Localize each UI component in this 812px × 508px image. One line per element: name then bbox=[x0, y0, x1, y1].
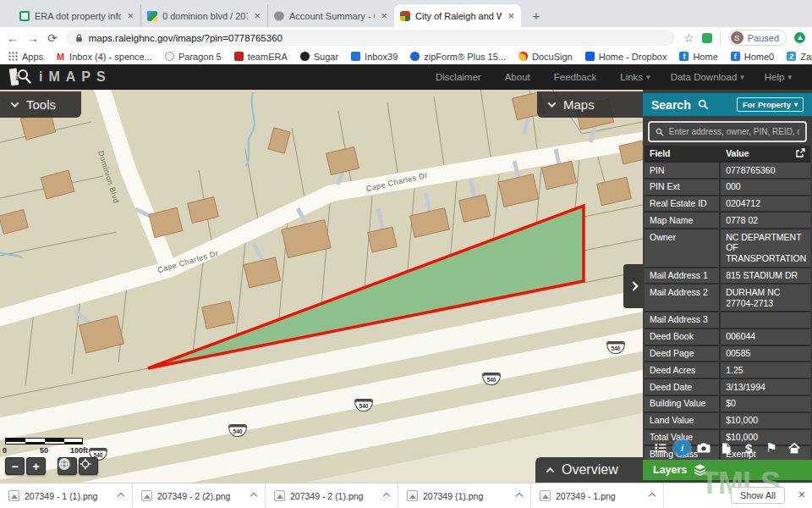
value-cell: DURHAM NC 27704-2713 bbox=[721, 284, 810, 311]
bookmark-item[interactable]: f Home bbox=[679, 52, 717, 62]
tab-close-icon[interactable]: × bbox=[507, 10, 515, 21]
bookmark-star-icon[interactable]: ☆ bbox=[683, 32, 694, 44]
field-cell: Deed Book bbox=[645, 329, 721, 345]
app-menu-item[interactable]: Data Download ▾ bbox=[671, 72, 744, 82]
table-row[interactable]: Deed Book 006044 bbox=[645, 329, 810, 346]
tab-close-icon[interactable]: × bbox=[380, 10, 388, 21]
browser-tab[interactable]: City of Raleigh and Wake Coun × bbox=[394, 4, 521, 27]
tab-close-icon[interactable]: × bbox=[253, 10, 261, 21]
search-filter-button[interactable]: For Property ▾ bbox=[737, 97, 804, 112]
layers-button[interactable]: Layers bbox=[643, 460, 812, 480]
zipform-icon bbox=[410, 52, 420, 61]
table-row[interactable]: Mail Address 1 815 STADIUM DR bbox=[645, 268, 810, 285]
download-item[interactable]: 207349 - 1.png bbox=[531, 483, 664, 508]
forward-icon[interactable]: → bbox=[27, 32, 39, 44]
bookmark-item[interactable]: DocuSign bbox=[518, 52, 573, 62]
legend-list-icon[interactable] bbox=[652, 439, 669, 456]
bookmark-item[interactable]: Inbox39 bbox=[351, 52, 398, 62]
bookmark-item[interactable]: f Home0 bbox=[731, 52, 774, 62]
zap-icon: Z bbox=[787, 52, 796, 61]
value-cell: 0778765360 bbox=[721, 163, 810, 178]
back-icon[interactable]: ← bbox=[7, 32, 19, 44]
browser-tab[interactable]: 0 dominion blvd / 207349 - Goo × bbox=[140, 4, 267, 27]
chevron-down-icon bbox=[548, 99, 557, 108]
download-filename: 207349 - 1.png bbox=[556, 491, 645, 501]
tools-button[interactable]: Tools bbox=[0, 91, 81, 118]
tab-close-icon[interactable]: × bbox=[126, 10, 134, 21]
app-menu-item[interactable]: Help ▾ bbox=[765, 72, 792, 82]
dollar-values-icon[interactable]: $ bbox=[740, 439, 757, 456]
extension-icon[interactable] bbox=[702, 33, 712, 43]
image-file-icon bbox=[407, 490, 418, 501]
table-row[interactable]: PIN 0778765360 bbox=[645, 163, 810, 179]
app-menu-item[interactable]: Feedback bbox=[554, 72, 601, 82]
bookmark-item[interactable]: Home - Dropbox bbox=[585, 52, 667, 62]
download-filename: 207349 - 2 (2).png bbox=[157, 491, 246, 501]
record-indicator-icon[interactable] bbox=[794, 32, 805, 43]
bookmark-item[interactable]: Paragon 5 bbox=[165, 52, 222, 62]
app-menu-item[interactable]: Disclaimer bbox=[436, 72, 485, 82]
table-row[interactable]: Real Estate ID 0204712 bbox=[645, 196, 810, 213]
chevron-up-icon[interactable] bbox=[250, 492, 257, 499]
app-menu-item[interactable]: Links ▾ bbox=[620, 72, 650, 82]
search-input[interactable]: Enter address, owner, PIN, REID, or stre… bbox=[648, 121, 807, 142]
zoom-in-button[interactable]: + bbox=[26, 457, 46, 475]
camera-icon[interactable] bbox=[695, 439, 712, 456]
locate-button[interactable] bbox=[79, 457, 98, 475]
table-row[interactable]: PIN Ext 000 bbox=[645, 179, 810, 196]
table-row[interactable]: Mail Address 3 bbox=[645, 312, 810, 329]
map-canvas[interactable]: Dominion Blvd Cape Charles Dr Cape Charl… bbox=[0, 90, 643, 483]
chevron-up-icon[interactable] bbox=[383, 492, 390, 499]
bookmark-item[interactable]: Z Zap bbox=[787, 52, 812, 62]
overview-button[interactable]: Overview bbox=[535, 457, 643, 483]
app-menu-item[interactable]: About bbox=[505, 72, 534, 82]
table-row[interactable]: Building Value $0 bbox=[645, 396, 810, 413]
table-row[interactable]: Owner NC DEPARTMENT OF TRANSPORTATION bbox=[645, 229, 810, 268]
download-item[interactable]: 207349 - 1 (1).png bbox=[0, 483, 133, 508]
report-document-icon[interactable] bbox=[717, 439, 734, 456]
bookmark-item[interactable]: Sugar bbox=[300, 52, 338, 62]
reload-icon[interactable]: ⟳ bbox=[47, 32, 58, 44]
table-row[interactable]: Map Name 0778 02 bbox=[645, 213, 810, 229]
flag-icon[interactable]: ⚑ bbox=[763, 439, 780, 456]
browser-tab[interactable]: Account Summary - 0204712 × bbox=[267, 4, 394, 27]
paused-label: Paused bbox=[748, 33, 779, 43]
chevron-up-icon[interactable] bbox=[649, 492, 656, 499]
table-row[interactable]: Mail Address 2 DURHAM NC 27704-2713 bbox=[645, 284, 810, 312]
table-row[interactable]: Deed Acres 1.25 bbox=[645, 362, 810, 379]
value-cell: 000 bbox=[721, 179, 810, 195]
info-icon[interactable]: i bbox=[675, 441, 689, 456]
panel-expander-button[interactable] bbox=[623, 264, 643, 308]
new-tab-button[interactable]: + bbox=[526, 5, 546, 25]
url-bar[interactable]: maps.raleighnc.gov/imaps/?pin=0778765360 bbox=[66, 30, 675, 46]
chevron-up-icon[interactable] bbox=[516, 492, 523, 499]
download-filename: 207349 - 2 (1).png bbox=[290, 491, 379, 501]
nav-right-cluster: ☆ S Paused bbox=[683, 30, 805, 46]
zoom-out-button[interactable]: − bbox=[5, 457, 25, 475]
bookmark-item[interactable]: M Inbox (4) - spence... bbox=[56, 52, 152, 62]
field-cell: Mail Address 3 bbox=[645, 312, 721, 328]
chevron-up-icon[interactable] bbox=[118, 492, 124, 499]
table-row[interactable]: Land Value $10,000 bbox=[645, 413, 810, 430]
basemap-globe-button[interactable] bbox=[58, 457, 77, 475]
download-item[interactable]: 207349 (1).png bbox=[398, 483, 531, 508]
profile-paused-button[interactable]: S Paused bbox=[728, 30, 787, 46]
bookmark-item[interactable]: zipForm® Plus 15... bbox=[410, 52, 506, 62]
show-all-button[interactable]: Show All bbox=[731, 487, 785, 504]
export-table-icon[interactable] bbox=[795, 148, 805, 158]
bookmark-item[interactable]: teamERA bbox=[234, 52, 288, 62]
teamera-house-icon bbox=[234, 52, 244, 61]
table-row[interactable]: Deed Page 00585 bbox=[645, 346, 810, 363]
download-item[interactable]: 207349 - 2 (1).png bbox=[266, 483, 398, 508]
browser-tab[interactable]: ERA dot property info - Google × bbox=[14, 4, 140, 27]
caret-down-icon: ▾ bbox=[787, 73, 792, 81]
field-cell: PIN bbox=[645, 163, 721, 178]
downloads-close-icon[interactable]: × bbox=[798, 488, 805, 501]
bookmark-label: Home0 bbox=[744, 52, 774, 62]
home-icon[interactable] bbox=[786, 439, 803, 456]
bookmark-item[interactable]: Apps bbox=[8, 52, 43, 62]
download-item[interactable]: 207349 - 2 (2).png bbox=[133, 483, 266, 508]
table-row[interactable]: Deed Date 3/13/1994 bbox=[645, 379, 810, 396]
docusign-icon bbox=[518, 52, 528, 61]
maps-button[interactable]: Maps bbox=[537, 91, 643, 118]
